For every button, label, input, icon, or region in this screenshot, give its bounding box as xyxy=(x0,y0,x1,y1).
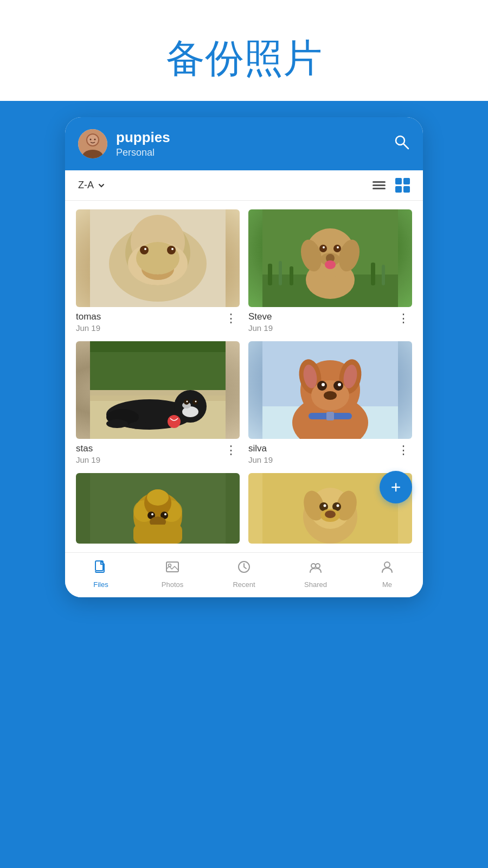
recent-icon xyxy=(236,559,252,578)
add-button[interactable]: + xyxy=(380,471,412,503)
photo-meta-silva: silva Jun 19 ⋮ xyxy=(248,443,412,464)
nav-item-recent[interactable]: Recent xyxy=(208,559,280,589)
page-title: 备份照片 xyxy=(0,33,488,85)
svg-point-53 xyxy=(187,401,188,403)
photo-name-stas: stas xyxy=(76,443,100,454)
shared-label: Shared xyxy=(304,580,327,589)
more-button-silva[interactable]: ⋮ xyxy=(395,443,412,457)
more-button-steve[interactable]: ⋮ xyxy=(395,311,412,326)
photo-date-tomas: Jun 19 xyxy=(76,323,101,333)
svg-point-19 xyxy=(167,246,176,254)
svg-point-97 xyxy=(337,505,339,507)
photo-date-silva: Jun 19 xyxy=(248,455,273,464)
photo-info-stas: stas Jun 19 xyxy=(76,443,100,464)
photo-date-stas: Jun 19 xyxy=(76,455,100,464)
me-label: Me xyxy=(382,580,392,589)
folder-type: Personal xyxy=(116,147,385,158)
nav-item-shared[interactable]: Shared xyxy=(280,559,351,589)
list-view-button[interactable] xyxy=(373,181,386,189)
svg-point-40 xyxy=(325,260,336,269)
grid-view-button[interactable] xyxy=(395,178,410,193)
files-icon xyxy=(93,559,108,578)
svg-point-4 xyxy=(90,139,92,141)
photo-meta-steve: Steve Jun 19 ⋮ xyxy=(248,311,412,333)
svg-point-71 xyxy=(338,383,341,386)
svg-point-35 xyxy=(333,245,341,252)
svg-point-83 xyxy=(151,513,153,515)
svg-line-7 xyxy=(403,144,408,149)
svg-rect-28 xyxy=(371,263,375,285)
header-text: puppies Personal xyxy=(116,129,385,158)
svg-point-72 xyxy=(324,391,337,400)
avatar[interactable] xyxy=(78,129,107,158)
svg-point-106 xyxy=(384,562,390,567)
svg-rect-26 xyxy=(279,261,282,285)
me-icon xyxy=(380,559,395,578)
photo-name-tomas: tomas xyxy=(76,311,101,322)
photo-item-silva[interactable]: silva Jun 19 ⋮ xyxy=(248,341,412,464)
svg-point-36 xyxy=(323,246,325,248)
more-button-stas[interactable]: ⋮ xyxy=(223,443,240,457)
svg-point-99 xyxy=(325,510,336,518)
photo-thumb-steve xyxy=(248,209,412,307)
photos-label: Photos xyxy=(162,580,183,589)
photo-meta-tomas: tomas Jun 19 ⋮ xyxy=(76,311,240,333)
svg-point-34 xyxy=(319,245,327,252)
view-toggle xyxy=(373,178,410,193)
svg-point-3 xyxy=(87,135,98,145)
more-button-tomas[interactable]: ⋮ xyxy=(223,311,240,326)
svg-point-20 xyxy=(144,248,146,250)
svg-point-57 xyxy=(129,422,149,429)
svg-point-104 xyxy=(311,564,316,568)
app-header: puppies Personal xyxy=(65,117,423,170)
svg-rect-74 xyxy=(326,412,334,420)
svg-rect-43 xyxy=(90,390,226,401)
svg-rect-87 xyxy=(133,525,182,544)
files-label: Files xyxy=(93,580,108,589)
nav-item-photos[interactable]: Photos xyxy=(137,559,208,589)
photo-thumb-dog5 xyxy=(76,473,240,544)
photo-info-silva: silva Jun 19 xyxy=(248,443,273,464)
sort-button[interactable]: Z-A xyxy=(78,180,106,191)
photo-item-dog5[interactable] xyxy=(76,473,240,544)
photo-grid: tomas Jun 19 ⋮ xyxy=(65,201,423,552)
svg-point-96 xyxy=(324,505,326,507)
svg-rect-29 xyxy=(382,265,385,285)
photo-thumb-stas xyxy=(76,341,240,439)
shared-icon xyxy=(308,559,323,578)
svg-point-70 xyxy=(322,383,325,386)
photos-icon xyxy=(165,559,180,578)
svg-rect-45 xyxy=(90,352,226,390)
chevron-down-icon xyxy=(97,181,106,190)
nav-item-me[interactable]: Me xyxy=(351,559,423,589)
svg-point-21 xyxy=(171,248,174,250)
search-button[interactable] xyxy=(394,134,410,154)
photo-name-steve: Steve xyxy=(248,311,273,322)
phone-frame: puppies Personal Z-A xyxy=(65,117,423,597)
sort-label-text: Z-A xyxy=(78,180,94,191)
photo-date-steve: Jun 19 xyxy=(248,323,273,333)
photo-meta-stas: stas Jun 19 ⋮ xyxy=(76,443,240,464)
svg-point-5 xyxy=(94,139,96,141)
photo-thumb-silva xyxy=(248,341,412,439)
svg-point-86 xyxy=(147,489,169,506)
svg-rect-27 xyxy=(290,266,293,285)
recent-label: Recent xyxy=(233,580,255,589)
svg-point-54 xyxy=(195,401,197,403)
photo-item-steve[interactable]: Steve Jun 19 ⋮ xyxy=(248,209,412,333)
photo-name-silva: silva xyxy=(248,443,273,454)
bottom-nav: Files Photos xyxy=(65,552,423,597)
svg-rect-25 xyxy=(268,264,272,285)
nav-item-files[interactable]: Files xyxy=(65,559,137,589)
svg-point-18 xyxy=(140,246,149,254)
photo-thumb-tomas xyxy=(76,209,240,307)
photo-info-steve: Steve Jun 19 xyxy=(248,311,273,333)
svg-point-105 xyxy=(316,564,320,568)
photo-item-stas[interactable]: stas Jun 19 ⋮ xyxy=(76,341,240,464)
sort-bar: Z-A xyxy=(65,170,423,201)
folder-name: puppies xyxy=(116,129,385,146)
photo-item-tomas[interactable]: tomas Jun 19 ⋮ xyxy=(76,209,240,333)
svg-point-55 xyxy=(168,415,181,428)
svg-point-56 xyxy=(106,419,128,428)
svg-point-37 xyxy=(337,246,339,248)
